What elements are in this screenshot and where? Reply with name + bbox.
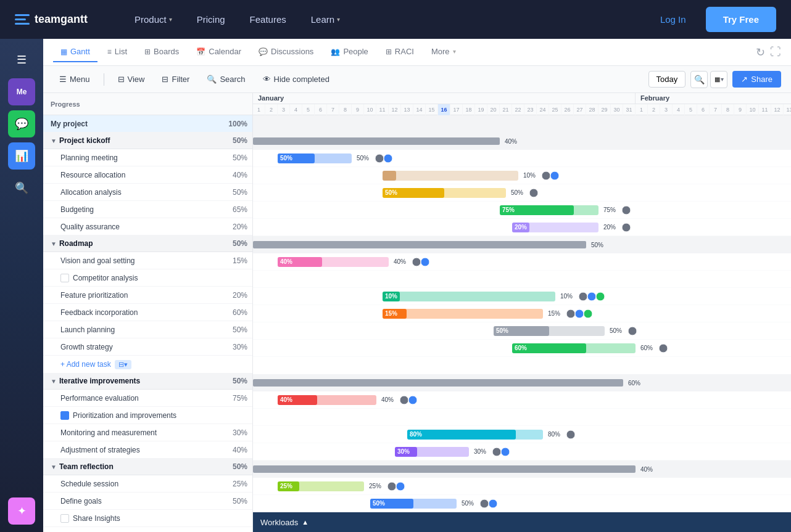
project-total-row: My project 100% — [43, 115, 252, 133]
raci-icon: ⊞ — [386, 47, 392, 56]
toolbar-separator — [104, 73, 104, 86]
svg-text:50%: 50% — [385, 189, 397, 196]
task-row: Planning meeting 50% — [43, 149, 252, 166]
sidebar-menu-icon[interactable]: ☰ — [8, 46, 35, 73]
svg-point-114 — [492, 448, 501, 456]
add-task-type-button[interactable]: ⊟▾ — [115, 360, 131, 369]
fullscreen-icon[interactable]: ⛶ — [770, 46, 781, 59]
svg-rect-127 — [253, 495, 791, 512]
task-row: Launch planning 50% — [43, 321, 252, 338]
sidebar-search-icon[interactable]: 🔍 — [8, 174, 35, 202]
today-button[interactable]: Today — [648, 71, 686, 88]
svg-text:10%: 10% — [385, 293, 397, 300]
collapse-icon[interactable]: ▼ — [51, 137, 57, 144]
gantt-day: 13 — [784, 104, 791, 115]
menu-button[interactable]: ☰ Menu — [53, 71, 96, 88]
gantt-day: 20 — [487, 104, 500, 115]
gantt-svg: 40%50%50%10%50%50%75%75%20%20%50%40%40%1… — [253, 115, 791, 532]
logo[interactable]: teamgantt — [15, 13, 88, 26]
svg-text:30%: 30% — [474, 448, 486, 455]
gantt-topbar: ▦ Gantt ≡ List ⊞ Boards 📅 Calendar 💬 Dis… — [43, 39, 791, 66]
gantt-day: 4 — [673, 104, 685, 115]
tab-people[interactable]: 👥 People — [323, 42, 375, 62]
gantt-day: 13 — [401, 104, 413, 115]
collapse-icon[interactable]: ▼ — [51, 240, 57, 247]
eye-icon: 👁 — [263, 75, 271, 84]
zoom-out-button[interactable]: 🔍 — [690, 71, 708, 88]
svg-point-12 — [384, 154, 392, 163]
tab-list[interactable]: ≡ List — [100, 42, 135, 62]
nav-item-learn[interactable]: Learn ▾ — [301, 9, 350, 30]
gantt-day: 30 — [611, 104, 623, 115]
search-button[interactable]: 🔍 Search — [201, 71, 251, 88]
nav-item-features[interactable]: Features — [240, 9, 296, 30]
svg-point-33 — [622, 206, 631, 215]
tab-more[interactable]: More ▾ — [424, 42, 463, 62]
svg-point-71 — [575, 309, 584, 318]
hide-completed-button[interactable]: 👁 Hide completed — [257, 71, 336, 88]
workloads-bar[interactable]: Workloads ▲ — [253, 512, 791, 532]
task-row: Discuss challenges 25% — [43, 527, 252, 532]
svg-rect-16 — [383, 171, 396, 181]
sidebar-bottom-icon[interactable]: ✦ — [8, 497, 35, 525]
task-checkbox[interactable] — [60, 514, 69, 523]
main-content: ☰ Me 💬 📊 🔍 ✦ ▦ Gantt ≡ List ⊞ Boards 📅 C… — [0, 39, 791, 532]
tab-gantt[interactable]: ▦ Gantt — [53, 42, 97, 62]
nav-item-pricing[interactable]: Pricing — [187, 9, 235, 30]
task-row: Monitoring and measurement 30% — [43, 424, 252, 441]
gantt-day: 3 — [660, 104, 673, 115]
collapse-icon[interactable]: ▼ — [51, 464, 57, 470]
svg-point-72 — [584, 309, 592, 318]
nav-item-product[interactable]: Product ▾ — [125, 9, 182, 30]
tab-boards[interactable]: ⊞ Boards — [137, 42, 186, 62]
gantt-chart[interactable]: January February March 12345678910111213… — [253, 93, 791, 532]
task-row: Schedule session 25% — [43, 475, 252, 493]
svg-text:40%: 40% — [505, 138, 517, 145]
filter-button[interactable]: ⊟ Filter — [155, 71, 196, 88]
gantt-day: 4 — [290, 104, 302, 115]
add-task-row: + Add new task ⊟▾ — [43, 356, 252, 373]
gantt-day: 27 — [574, 104, 586, 115]
menu-icon: ☰ — [59, 75, 67, 84]
svg-point-107 — [566, 430, 575, 439]
svg-text:75%: 75% — [603, 207, 616, 213]
svg-text:60%: 60% — [640, 345, 653, 351]
tab-calendar[interactable]: 📅 Calendar — [189, 42, 249, 62]
gantt-app: ▦ Gantt ≡ List ⊞ Boards 📅 Calendar 💬 Dis… — [43, 39, 791, 532]
gantt-day: 22 — [512, 104, 524, 115]
svg-text:50%: 50% — [357, 155, 369, 162]
svg-text:25%: 25% — [369, 483, 381, 489]
svg-point-134 — [489, 499, 497, 508]
svg-text:15%: 15% — [548, 310, 560, 317]
sidebar-chart-icon[interactable]: 📊 — [8, 142, 35, 170]
sidebar-avatar[interactable]: Me — [8, 78, 35, 105]
tab-discussions[interactable]: 💬 Discussions — [251, 42, 321, 62]
task-row: Feedback incorporation 60% — [43, 304, 252, 321]
gantt-icon: ▦ — [60, 47, 67, 56]
task-row: Prioritization and improvements — [43, 407, 252, 424]
svg-text:10%: 10% — [560, 293, 573, 300]
share-button[interactable]: ↗ Share — [732, 71, 781, 88]
svg-point-126 — [396, 482, 405, 491]
list-icon: ≡ — [107, 47, 112, 56]
collapse-icon[interactable]: ▼ — [51, 378, 57, 385]
gantt-day: 24 — [537, 104, 549, 115]
add-task-button[interactable]: + Add new task — [60, 360, 111, 369]
task-checkbox[interactable] — [60, 274, 69, 282]
try-free-button[interactable]: Try Free — [706, 7, 776, 32]
svg-text:20%: 20% — [603, 224, 616, 231]
sidebar-chat-icon[interactable]: 💬 — [8, 110, 35, 137]
zoom-in-button[interactable]: ▦▾ — [710, 71, 727, 88]
task-checkbox-checked[interactable] — [60, 411, 69, 420]
task-group-roadmap: ▼ Roadmap 50% — [43, 235, 252, 252]
task-row: Define goals 50% — [43, 493, 252, 510]
refresh-icon[interactable]: ↻ — [756, 46, 765, 59]
month-january: January — [253, 93, 636, 104]
gantt-body: Progress My project 100% ▼ Project kicko… — [43, 93, 791, 532]
login-button[interactable]: Log In — [650, 9, 696, 30]
filter-icon: ⊟ — [162, 75, 168, 84]
view-button[interactable]: ⊟ View — [112, 71, 151, 88]
svg-text:50%: 50% — [591, 242, 603, 248]
tab-raci[interactable]: ⊞ RACI — [378, 42, 421, 62]
gantt-day: 10 — [364, 104, 376, 115]
